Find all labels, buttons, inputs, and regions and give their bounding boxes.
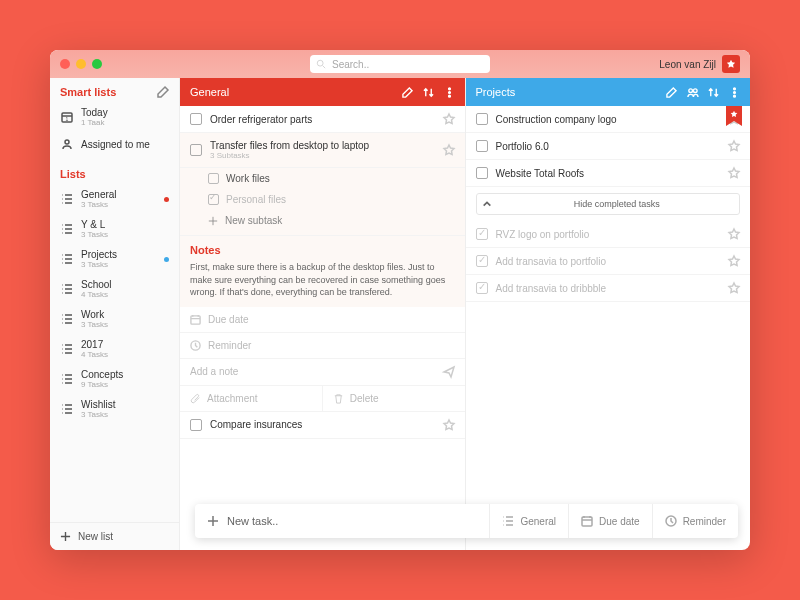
checkbox[interactable] [476, 228, 488, 240]
sidebar-item-today[interactable]: Today1 Taak [50, 102, 179, 132]
star-icon[interactable] [443, 144, 455, 156]
list-icon [60, 252, 74, 266]
sidebar-item[interactable]: Work3 Tasks [50, 304, 179, 334]
edit-icon[interactable] [402, 87, 413, 98]
task-title: Compare insurances [210, 419, 435, 430]
star-icon[interactable] [443, 419, 455, 431]
add-note-row[interactable]: Add a note [180, 359, 465, 386]
delete-button[interactable]: Delete [323, 386, 465, 411]
sidebar-item[interactable]: General3 Tasks [50, 184, 179, 214]
search-input[interactable]: Search.. [310, 55, 490, 73]
subtask-row[interactable]: Work files [208, 168, 455, 189]
task-title: Order refrigerator parts [210, 114, 435, 125]
sidebar-item-label: General [81, 189, 117, 200]
sidebar-item-sub: 9 Tasks [81, 380, 123, 389]
checkbox[interactable] [190, 419, 202, 431]
star-icon[interactable] [728, 282, 740, 294]
list-icon [60, 222, 74, 236]
hide-completed-button[interactable]: Hide completed tasks [476, 193, 741, 215]
sidebar-item-label: 2017 [81, 339, 108, 350]
task-row[interactable]: Add transavia to portfolio [466, 248, 751, 275]
attachment-icon [190, 393, 201, 404]
zoom-button[interactable] [92, 59, 102, 69]
star-icon[interactable] [728, 228, 740, 240]
new-task-reminder[interactable]: Reminder [652, 504, 738, 538]
search-placeholder: Search.. [332, 59, 369, 70]
checkbox[interactable] [476, 282, 488, 294]
task-row[interactable]: Construction company logo [466, 106, 751, 133]
sidebar-item-label: School [81, 279, 112, 290]
app-window: Search.. Leon van Zijl Smart lists Today… [50, 50, 750, 550]
user-block[interactable]: Leon van Zijl [659, 55, 740, 73]
checkbox[interactable] [190, 144, 202, 156]
sort-icon[interactable] [423, 87, 434, 98]
checkbox[interactable] [208, 173, 219, 184]
share-icon[interactable] [687, 87, 698, 98]
sidebar-item[interactable]: Projects3 Tasks [50, 244, 179, 274]
star-icon[interactable] [728, 140, 740, 152]
task-row[interactable]: Order refrigerator parts [180, 106, 465, 133]
new-task-input[interactable]: New task.. [195, 515, 489, 527]
sidebar-item[interactable]: 20174 Tasks [50, 334, 179, 364]
new-task-list-select[interactable]: General [489, 504, 568, 538]
add-subtask[interactable]: New subtask [208, 210, 455, 231]
column-general: General Order refrigerator parts [180, 78, 466, 550]
column-header: General [180, 78, 465, 106]
reminder-row[interactable]: Reminder [180, 333, 465, 359]
more-icon[interactable] [444, 87, 455, 98]
lists-header: Lists [50, 160, 179, 184]
star-icon[interactable] [443, 113, 455, 125]
sidebar-item[interactable]: Concepts9 Tasks [50, 364, 179, 394]
list-icon [60, 342, 74, 356]
due-date-row[interactable]: Due date [180, 307, 465, 333]
subtask-row[interactable]: Personal files [208, 189, 455, 210]
star-icon[interactable] [728, 255, 740, 267]
edit-icon[interactable] [157, 86, 169, 98]
attachment-button[interactable]: Attachment [180, 386, 323, 411]
sidebar-item[interactable]: School4 Tasks [50, 274, 179, 304]
plus-icon [208, 216, 218, 226]
plus-icon [60, 531, 71, 542]
new-list-button[interactable]: New list [50, 522, 179, 550]
checkbox[interactable] [208, 194, 219, 205]
task-row[interactable]: Website Total Roofs [466, 160, 751, 187]
task-title: RVZ logo on portfolio [496, 229, 721, 240]
checkbox[interactable] [476, 113, 488, 125]
close-button[interactable] [60, 59, 70, 69]
edit-icon[interactable] [666, 87, 677, 98]
notes-body: First, make sure there is a backup of th… [190, 261, 455, 299]
more-icon[interactable] [729, 87, 740, 98]
checkbox[interactable] [476, 140, 488, 152]
sidebar-item-sub: 1 Taak [81, 118, 108, 127]
checkbox[interactable] [190, 113, 202, 125]
task-title: Add transavia to dribbble [496, 283, 721, 294]
task-row[interactable]: Add transavia to dribbble [466, 275, 751, 302]
column-projects: Projects Construction company logoPortfo… [466, 78, 751, 550]
task-row[interactable]: Compare insurances [180, 412, 465, 439]
column-title: Projects [476, 86, 667, 98]
task-row[interactable]: RVZ logo on portfolio [466, 221, 751, 248]
task-title: Portfolio 6.0 [496, 141, 721, 152]
send-icon[interactable] [443, 366, 455, 378]
smart-lists-header: Smart lists [50, 78, 179, 102]
sidebar-item[interactable]: Wishlist3 Tasks [50, 394, 179, 424]
sidebar-item-label: Today [81, 107, 108, 118]
minimize-button[interactable] [76, 59, 86, 69]
sidebar-item-assigned[interactable]: Assigned to me [50, 132, 179, 156]
task-title: Transfer files from desktop to laptop [210, 140, 435, 151]
subtask-title: Work files [226, 173, 270, 184]
checkbox[interactable] [476, 167, 488, 179]
list-icon [502, 515, 514, 527]
task-row[interactable]: Portfolio 6.0 [466, 133, 751, 160]
columns: General Order refrigerator parts [180, 78, 750, 550]
new-task-due[interactable]: Due date [568, 504, 652, 538]
color-dot [164, 197, 169, 202]
task-row[interactable]: Transfer files from desktop to laptop3 S… [180, 133, 465, 168]
star-icon[interactable] [728, 167, 740, 179]
calendar-icon [190, 314, 201, 325]
sidebar-item-sub: 3 Tasks [81, 260, 117, 269]
clock-icon [665, 515, 677, 527]
sidebar-item[interactable]: Y & L3 Tasks [50, 214, 179, 244]
sort-icon[interactable] [708, 87, 719, 98]
checkbox[interactable] [476, 255, 488, 267]
